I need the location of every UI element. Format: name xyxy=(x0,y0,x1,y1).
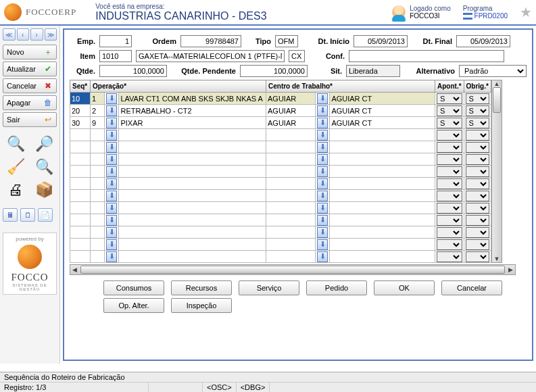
lookup-centro-icon[interactable]: ⬇ xyxy=(317,227,328,238)
zoom-plus-icon[interactable]: 🔍 xyxy=(31,157,57,177)
lookup-op-icon[interactable]: ⬇ xyxy=(106,203,117,214)
cell-centro-b[interactable] xyxy=(330,129,435,141)
apont-select[interactable] xyxy=(437,154,462,165)
recursos-button[interactable]: Recursos xyxy=(171,280,232,295)
doc-icon[interactable]: 🗒 xyxy=(20,208,35,222)
obrig-select[interactable]: S xyxy=(466,105,489,116)
cell-seq[interactable] xyxy=(70,129,91,141)
lookup-op-icon[interactable]: ⬇ xyxy=(106,227,117,238)
novo-button[interactable]: Novo＋ xyxy=(3,45,57,59)
cell-opdesc[interactable] xyxy=(119,214,266,226)
nav-next[interactable]: › xyxy=(30,28,43,41)
lookup-centro-icon[interactable]: ⬇ xyxy=(317,93,328,104)
lookup-op-icon[interactable]: ⬇ xyxy=(106,251,117,262)
program-link[interactable]: FPRD0200 xyxy=(463,12,508,20)
table-row[interactable]: 202⬇RETRABALHO - CT2AGUIAR⬇AGUIAR CTSS xyxy=(70,105,491,117)
lookup-centro-icon[interactable]: ⬇ xyxy=(317,118,328,128)
cell-opnum[interactable] xyxy=(91,251,105,263)
table-row[interactable]: ⬇⬇ xyxy=(70,141,491,153)
broom-icon[interactable]: 🧹 xyxy=(3,157,28,177)
nav-first[interactable]: ≪ xyxy=(3,28,16,41)
cell-opdesc[interactable] xyxy=(119,190,266,202)
cell-opdesc[interactable]: LAVAR CT1 COM ANB SKS SKJB NKAS A xyxy=(119,93,266,105)
cell-centro-b[interactable] xyxy=(330,202,435,214)
scroll-right-icon[interactable]: ▶ xyxy=(506,266,515,273)
cell-centro-a[interactable] xyxy=(266,166,316,178)
emp-field[interactable] xyxy=(99,35,132,47)
apont-select[interactable] xyxy=(437,191,462,201)
cell-opnum[interactable] xyxy=(91,129,105,141)
cell-centro-a[interactable] xyxy=(266,202,316,214)
obrig-select[interactable] xyxy=(466,154,489,165)
scroll-left-icon[interactable]: ◀ xyxy=(70,266,79,273)
col-obrig[interactable]: Obrig.* xyxy=(464,80,491,93)
alt-select[interactable]: Padrão xyxy=(459,65,527,77)
cell-opdesc[interactable] xyxy=(119,239,266,251)
cell-seq[interactable] xyxy=(70,226,91,239)
cell-opnum[interactable] xyxy=(91,214,105,226)
cell-seq[interactable] xyxy=(70,141,91,153)
ordem-field[interactable] xyxy=(180,35,241,47)
lookup-centro-icon[interactable]: ⬇ xyxy=(317,191,328,201)
lookup-centro-icon[interactable]: ⬇ xyxy=(317,142,328,153)
apont-select[interactable]: S xyxy=(437,118,462,128)
cell-opdesc[interactable] xyxy=(119,166,266,178)
table-row[interactable]: 101⬇LAVAR CT1 COM ANB SKS SKJB NKAS AAGU… xyxy=(70,93,491,105)
apont-select[interactable]: S xyxy=(437,105,462,116)
lookup-op-icon[interactable]: ⬇ xyxy=(106,93,117,104)
hscroll-thumb[interactable] xyxy=(80,266,505,274)
apont-select[interactable]: S xyxy=(437,93,462,104)
apont-select[interactable] xyxy=(437,251,462,262)
cell-seq[interactable]: 30 xyxy=(70,117,91,129)
sair-button[interactable]: Sair↩ xyxy=(3,112,57,127)
lookup-op-icon[interactable]: ⬇ xyxy=(106,142,117,153)
nav-last[interactable]: ≫ xyxy=(45,28,57,41)
lookup-op-icon[interactable]: ⬇ xyxy=(106,191,117,201)
cell-centro-b[interactable] xyxy=(330,153,435,166)
print-icon[interactable]: 🖨 xyxy=(3,180,28,200)
cell-opnum[interactable] xyxy=(91,190,105,202)
lookup-centro-icon[interactable]: ⬇ xyxy=(317,166,328,177)
obrig-select[interactable] xyxy=(466,142,489,153)
dtinicio-field[interactable] xyxy=(354,35,408,47)
lookup-op-icon[interactable]: ⬇ xyxy=(106,166,117,177)
servico-button[interactable]: Serviço xyxy=(239,280,299,295)
cell-centro-b[interactable]: AGUIAR CT xyxy=(330,93,435,105)
dtfinal-field[interactable] xyxy=(456,35,510,47)
nav-prev[interactable]: ‹ xyxy=(17,28,30,41)
cell-opnum[interactable]: 1 xyxy=(91,93,105,105)
consumos-button[interactable]: Consumos xyxy=(103,280,164,295)
lookup-op-icon[interactable]: ⬇ xyxy=(106,118,117,128)
table-row[interactable]: ⬇⬇ xyxy=(70,202,491,214)
col-centro[interactable]: Centro de Trabalho* xyxy=(266,80,435,93)
cell-opnum[interactable]: 9 xyxy=(91,117,105,129)
scroll-thumb[interactable] xyxy=(493,87,501,113)
qtdepen-field[interactable] xyxy=(240,65,308,77)
cell-centro-b[interactable]: AGUIAR CT xyxy=(330,105,435,117)
table-row[interactable]: ⬇⬇ xyxy=(70,178,491,190)
ok-button[interactable]: OK xyxy=(374,280,435,295)
obrig-select[interactable]: S xyxy=(466,93,489,104)
col-apont[interactable]: Apont.* xyxy=(435,80,464,93)
table-row[interactable]: ⬇⬇ xyxy=(70,166,491,178)
col-seq[interactable]: Seq* xyxy=(70,80,91,93)
apont-select[interactable] xyxy=(437,239,462,250)
obrig-select[interactable] xyxy=(466,203,489,214)
apont-select[interactable] xyxy=(437,142,462,153)
cell-opdesc[interactable] xyxy=(119,141,266,153)
obrig-select[interactable] xyxy=(466,239,489,250)
cell-seq[interactable] xyxy=(70,239,91,251)
obrig-select[interactable]: S xyxy=(466,118,489,128)
cell-centro-b[interactable] xyxy=(330,166,435,178)
scroll-down-icon[interactable]: ▼ xyxy=(493,255,500,262)
lookup-centro-icon[interactable]: ⬇ xyxy=(317,203,328,214)
lookup-centro-icon[interactable]: ⬇ xyxy=(317,251,328,262)
obrig-select[interactable] xyxy=(466,130,489,141)
operations-grid[interactable]: Seq* Operação* Centro de Trabalho* Apont… xyxy=(70,80,491,263)
cell-opdesc[interactable]: RETRABALHO - CT2 xyxy=(119,105,266,117)
report-icon[interactable]: 📄 xyxy=(38,208,53,222)
cell-centro-a[interactable] xyxy=(266,226,316,239)
pedido-button[interactable]: Pedido xyxy=(306,280,367,295)
item-code-field[interactable] xyxy=(99,50,132,62)
opalter-button[interactable]: Op. Alter. xyxy=(103,298,164,313)
